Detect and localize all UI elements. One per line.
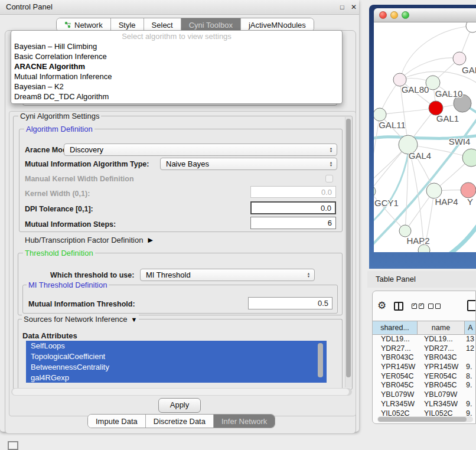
table-cell (465, 390, 476, 400)
tab-select[interactable]: Select (144, 18, 181, 31)
table-row[interactable]: YPR145WYPR145W9. (373, 363, 476, 372)
aracne-mode-combobox[interactable]: Discovery ▲▼ (64, 144, 337, 156)
table-row[interactable]: YER054CYER054C8. (373, 372, 476, 381)
network-node-gal11[interactable] (374, 108, 386, 121)
tab-impute-data[interactable]: Impute Data (88, 415, 146, 428)
column-header-shared-[interactable]: shared... (373, 321, 418, 335)
table-horizontal-scrollbar[interactable] (377, 416, 473, 422)
algorithm-dropdown-placeholder: Select algorithm to view settings (11, 32, 342, 41)
algorithm-option[interactable]: ARACNE Algorithm (11, 61, 342, 71)
minimize-traffic-light-icon[interactable] (390, 11, 398, 19)
manual-kernel-width-checkbox[interactable] (325, 175, 333, 182)
network-edge[interactable] (426, 222, 476, 252)
network-node-label: GAL80 (402, 84, 429, 94)
data-attribute-item[interactable]: gal4RGexp (26, 373, 327, 383)
dpi-tolerance-input[interactable]: 0.0 (250, 201, 336, 214)
table-cell: YDR27... (373, 344, 418, 354)
network-edge[interactable] (380, 108, 436, 115)
float-window-icon[interactable]: □ (340, 3, 344, 11)
table-row[interactable]: YBR045CYBR045C9. (373, 381, 476, 390)
data-attributes-label: Data Attributes (22, 331, 77, 340)
network-node-gal[interactable] (453, 52, 466, 65)
close-window-icon[interactable]: ✕ (351, 3, 357, 11)
data-attribute-item[interactable]: SelfLoops (26, 341, 327, 351)
checked-box-icon: ✓ (419, 304, 424, 309)
mi-algorithm-type-combobox[interactable]: Naive Bayes ▲▼ (160, 158, 337, 170)
collapsed-arrow-icon: ▶ (148, 236, 152, 244)
mi-algorithm-type-label: Mutual Information Algorithm Type: (25, 160, 149, 168)
data-attribute-item[interactable]: BetweennessCentrality (26, 362, 327, 373)
table-horizontal-scrollbar-thumb[interactable] (378, 417, 467, 422)
table-row[interactable]: YDL19...YDL19...13 (373, 335, 476, 344)
column-header-a[interactable]: A (465, 321, 476, 335)
table-row[interactable]: YLR345WYLR345W9. (373, 400, 476, 409)
bottom-tabs: Impute DataDiscretize DataInfer Network (87, 414, 275, 428)
deselect-all-columns-icon[interactable] (428, 304, 441, 309)
apply-button[interactable]: Apply (158, 398, 201, 413)
algorithm-option[interactable]: Bayesian – K2 (11, 81, 342, 92)
kernel-width-input[interactable]: 0.0 (250, 186, 336, 198)
settings-horizontal-scrollbar-thumb[interactable] (12, 389, 349, 395)
threshold-definition-title: Threshold Definition (23, 249, 95, 257)
which-threshold-label: Which threshold to use: (50, 271, 134, 279)
manual-kernel-width-label: Manual Kernel Width Definition (25, 175, 134, 183)
algorithm-option[interactable]: Bayesian – Hill Climbing (11, 41, 342, 51)
network-window-titlebar[interactable] (374, 8, 476, 22)
unchecked-box-icon (435, 304, 441, 309)
select-all-columns-icon[interactable]: ✓ ✓ (412, 304, 424, 309)
table-cell: YBL079W (418, 390, 465, 400)
mi-threshold-input[interactable]: 0.5 (248, 297, 332, 309)
tab-label: Style (119, 21, 136, 30)
collapsed-panel-icon[interactable] (8, 441, 18, 450)
zoom-traffic-light-icon[interactable] (402, 11, 409, 19)
mi-algorithm-type-value: Naive Bayes (166, 159, 209, 168)
algorithm-option[interactable]: Basic Correlation Inference (11, 51, 342, 61)
close-traffic-light-icon[interactable] (379, 11, 387, 19)
algorithm-option[interactable]: Mutual Information Inference (11, 71, 342, 81)
mi-steps-input[interactable]: 6 (250, 217, 336, 229)
hub-tf-definition-label: Hub/Transcription Factor Definition (25, 236, 143, 244)
mi-threshold-label: Mutual Information Threshold: (28, 300, 135, 308)
network-node-label: SWI4 (449, 136, 471, 146)
table-toolbar: ⚙ ✓ ✓ (373, 294, 476, 319)
gear-icon[interactable]: ⚙ (377, 299, 386, 312)
tab-jactivemnodules[interactable]: jActiveMNodules (241, 18, 314, 31)
which-threshold-value: MI Threshold (146, 270, 191, 279)
network-node[interactable] (466, 22, 476, 32)
network-canvas[interactable]: GALGAL80GAL10GAL1GAL11SWI4GAL4HAP4YGCY1H… (374, 22, 476, 252)
control-panel-titlebar[interactable]: Control Panel □ ✕ (0, 0, 359, 15)
split-columns-icon[interactable] (394, 302, 403, 311)
new-table-icon[interactable] (467, 300, 476, 311)
tab-infer-network[interactable]: Infer Network (214, 415, 275, 428)
tab-label: Impute Data (96, 417, 138, 426)
sources-group-header[interactable]: Sources for Network Inference ▼ (22, 315, 139, 324)
data-attribute-item[interactable]: TopologicalCoefficient (26, 351, 327, 362)
tab-cyni-toolbox[interactable]: Cyni Toolbox (181, 18, 241, 31)
hub-tf-definition-toggle[interactable]: Hub/Transcription Factor Definition ▶ (25, 236, 153, 244)
settings-horizontal-scrollbar[interactable] (11, 388, 352, 396)
attributes-list-scrollbar-thumb[interactable] (318, 343, 323, 377)
control-panel-title: Control Panel (6, 2, 53, 11)
network-node-gcy1[interactable] (374, 185, 376, 197)
column-header-name[interactable]: name (418, 321, 465, 335)
tab-style[interactable]: Style (111, 18, 144, 31)
table-row[interactable]: YBL079WYBL079W (373, 390, 476, 400)
tab-label: Network (74, 21, 103, 30)
table-header: shared...nameA (373, 321, 476, 335)
table-row[interactable]: YBR043CYBR043C (373, 353, 476, 363)
settings-vertical-scrollbar-thumb[interactable] (346, 119, 351, 377)
tab-discretize-data[interactable]: Discretize Data (146, 415, 214, 428)
settings-vertical-scrollbar[interactable] (345, 117, 352, 387)
network-node-y[interactable] (461, 182, 476, 198)
table-cell: YLR345W (418, 400, 465, 409)
network-view-window: GALGAL80GAL10GAL1GAL11SWI4GAL4HAP4YGCY1H… (369, 5, 476, 269)
table-row[interactable]: YIL052CYIL052C9. (373, 409, 476, 417)
which-threshold-combobox[interactable]: MI Threshold ▲▼ (140, 269, 315, 281)
network-node-hap2[interactable] (399, 225, 411, 237)
combo-stepper-icon: ▲▼ (328, 159, 334, 167)
algorithm-option[interactable]: Dream8 DC_TDC Algorithm (11, 92, 342, 102)
table-row[interactable]: YDR27...YDR27...12 (373, 344, 476, 354)
network-node-label: HAP2 (406, 236, 429, 246)
tab-network[interactable]: Network (57, 18, 111, 31)
algorithm-dropdown-list: Select algorithm to view settings Bayesi… (11, 30, 343, 104)
